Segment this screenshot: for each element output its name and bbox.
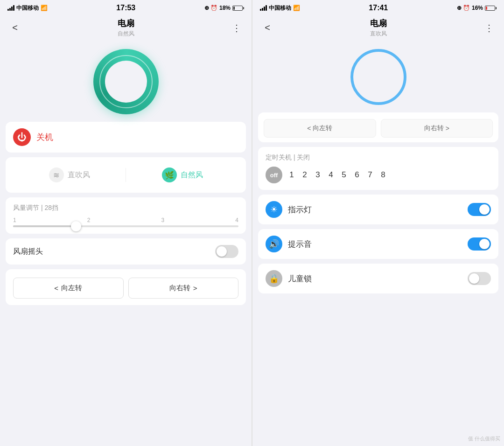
timer-num-7[interactable]: 7	[366, 170, 374, 180]
natural-wind-icon: 🌿	[162, 167, 177, 182]
left-turn-left-label: 向左转	[61, 284, 82, 293]
left-power-row: ⏻ 关机	[13, 128, 238, 146]
right-turn-left-btn[interactable]: < 向左转	[264, 119, 376, 138]
left-power-label[interactable]: 关机	[36, 132, 53, 143]
right-sound-card: 🔊 提示音	[258, 229, 498, 259]
right-menu-btn[interactable]: ⋮	[482, 22, 497, 34]
right-panel: 中国移动 📶 17:41 ⊕ ⏰ 16% < 电扇 直吹风 ⋮	[252, 0, 504, 446]
left-turn-right-label: 向右转	[169, 284, 190, 293]
left-back-btn[interactable]: <	[7, 22, 22, 33]
childlock-toggle[interactable]	[468, 272, 491, 285]
right-status-bar: 中国移动 📶 17:41 ⊕ ⏰ 16%	[252, 0, 504, 14]
speed-value: 28挡	[44, 204, 58, 211]
timer-off-label: off	[270, 172, 278, 179]
right-power-ring[interactable]	[350, 49, 406, 105]
left-slider-fill	[13, 225, 81, 227]
right-turn-right-label: 向右转	[424, 124, 444, 132]
timer-status: 关闭	[297, 153, 310, 161]
timer-num-6[interactable]: 6	[353, 170, 361, 180]
left-wifi-icon: 📶	[41, 5, 48, 11]
left-shake-label: 风扇摇头	[13, 247, 43, 257]
right-nav-title: 电扇 直吹风	[275, 18, 482, 38]
natural-wind-label: 自然风	[181, 170, 203, 180]
left-shake-toggle[interactable]	[215, 245, 238, 258]
childlock-knob	[469, 273, 479, 284]
right-wifi-icon: 📶	[293, 5, 300, 11]
right-sound-row: 🔊 提示音	[266, 236, 491, 252]
timer-num-2[interactable]: 2	[301, 170, 308, 180]
timer-num-8[interactable]: 8	[379, 170, 387, 180]
right-childlock-card: 🔒 儿童锁	[258, 264, 498, 293]
label-2: 2	[87, 217, 91, 223]
left-circle-section	[6, 40, 246, 122]
left-subtitle: 自然风	[22, 30, 229, 38]
left-nav: < 电扇 自然风 ⋮	[0, 14, 252, 40]
left-turn-right-btn[interactable]: 向右转 >	[128, 278, 239, 299]
right-timer-numbers: off 1 2 3 4 5 6 7 8	[266, 167, 491, 183]
left-battery-pct: 18%	[219, 5, 231, 11]
right-top-direction-card: < 向左转 向右转 >	[258, 112, 498, 142]
right-timer-card: 定时关机 | 关闭 off 1 2 3 4 5 6 7 8	[258, 147, 498, 190]
sound-label: 提示音	[288, 239, 468, 250]
left-power-icon[interactable]: ⏻	[13, 128, 31, 146]
left-scroll: ⏻ 关机 ≋ 直吹风 🌿 自然风 风量调节	[0, 40, 252, 446]
left-icons: ⊕ ⏰	[204, 5, 217, 11]
left-status-bar: 中国移动 📶 17:53 ⊕ ⏰ 18%	[0, 0, 252, 14]
power-symbol: ⏻	[17, 132, 27, 143]
left-direction-card: < 向左转 向右转 >	[6, 269, 246, 305]
timer-num-5[interactable]: 5	[340, 170, 348, 180]
right-back-btn[interactable]: <	[260, 22, 275, 33]
left-time: 17:53	[116, 4, 135, 12]
right-childlock-row: 🔒 儿童锁	[266, 270, 491, 287]
left-power-card: ⏻ 关机	[6, 122, 246, 153]
right-indicator-row: ☀ 指示灯	[266, 201, 491, 218]
left-menu-btn[interactable]: ⋮	[229, 22, 244, 34]
sound-knob	[479, 239, 490, 249]
right-battery-pct: 16%	[472, 5, 483, 11]
left-mode-direct[interactable]: ≋ 直吹风	[13, 164, 126, 186]
direct-wind-label: 直吹风	[68, 170, 90, 180]
indicator-toggle[interactable]	[468, 203, 491, 216]
timer-num-3[interactable]: 3	[314, 170, 322, 180]
left-slider-labels: 1 2 3 4	[13, 217, 238, 223]
timer-num-4[interactable]: 4	[327, 170, 335, 180]
left-turn-left-btn[interactable]: < 向左转	[13, 278, 124, 299]
right-status-left: 中国移动 📶	[260, 4, 300, 12]
left-carrier: 中国移动	[16, 4, 39, 12]
right-time: 17:41	[369, 4, 388, 12]
left-slider-container: 1 2 3 4	[13, 217, 238, 227]
right-circle-section	[258, 40, 498, 112]
left-slider-thumb[interactable]	[71, 221, 81, 231]
label-4: 4	[235, 217, 238, 223]
left-shake-row: 风扇摇头	[13, 245, 238, 258]
left-mode-natural[interactable]: 🌿 自然风	[126, 164, 238, 186]
left-power-ring[interactable]	[93, 49, 159, 114]
left-speed-header: 风量调节 | 28挡	[13, 204, 238, 212]
childlock-label: 儿童锁	[288, 273, 468, 284]
right-indicator-card: ☀ 指示灯	[258, 195, 498, 224]
timer-off-btn[interactable]: off	[266, 167, 282, 183]
right-icons: ⊕ ⏰	[457, 5, 470, 11]
left-battery	[232, 6, 244, 11]
left-direction-row: < 向左转 向右转 >	[13, 278, 238, 299]
left-ring-inner	[105, 61, 147, 103]
timer-num-1[interactable]: 1	[288, 170, 295, 180]
indicator-knob	[479, 204, 490, 215]
left-panel: 中国移动 📶 17:53 ⊕ ⏰ 18% < 电扇 自然风 ⋮	[0, 0, 252, 446]
left-slider-track[interactable]	[13, 225, 238, 227]
label-1: 1	[13, 217, 16, 223]
right-nav: < 电扇 直吹风 ⋮	[252, 14, 504, 40]
right-top-direction-row: < 向左转 向右转 >	[264, 119, 493, 138]
sound-toggle[interactable]	[468, 237, 491, 251]
right-title: 电扇	[275, 18, 482, 29]
right-turn-right-btn[interactable]: 向右转 >	[381, 119, 493, 138]
indicator-label: 指示灯	[288, 204, 468, 215]
right-status-right: ⊕ ⏰ 16%	[457, 5, 497, 11]
right-turn-left-icon: <	[307, 125, 311, 132]
left-turn-right-icon: >	[193, 284, 197, 292]
left-shake-card: 风扇摇头	[6, 238, 246, 265]
right-timer-header: 定时关机 | 关闭	[266, 153, 491, 162]
left-signal	[7, 5, 14, 11]
sound-icon: 🔊	[266, 236, 282, 252]
direct-wind-icon: ≋	[49, 167, 64, 182]
